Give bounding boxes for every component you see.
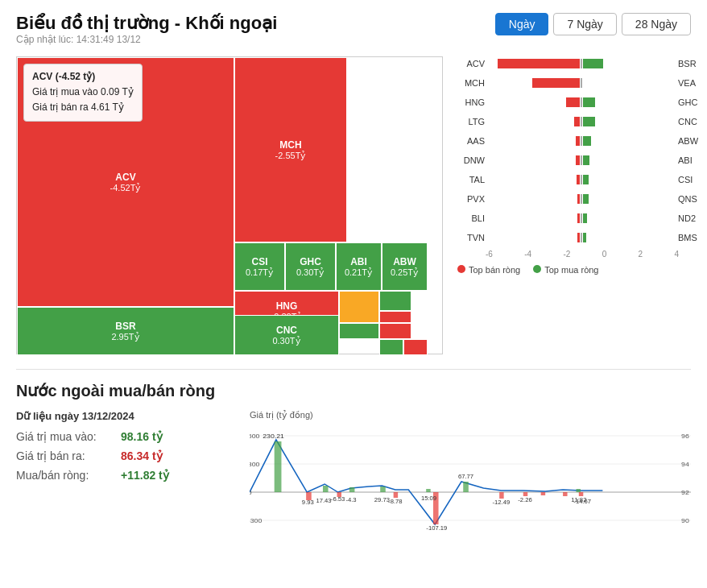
treemap-cell-bsr[interactable]: BSR2.95Tỷ <box>17 307 234 355</box>
buy-value: 98.16 tỷ <box>121 430 163 443</box>
sell-value: 86.34 tỷ <box>121 449 163 462</box>
line-chart-svg: 230.21 9.93 17.43 -6.53 -4.3 29.73 -8.78… <box>250 424 691 536</box>
bar-left-label: BLI <box>457 213 485 223</box>
treemap-cell-abw[interactable]: ABW0.25Tỷ <box>382 242 428 291</box>
net-label: Mua/bán ròng: <box>16 469 121 482</box>
time-btn-7day[interactable]: 7 Ngày <box>553 13 616 35</box>
bar-left-label: PVX <box>457 194 485 204</box>
pos-bar <box>583 175 589 184</box>
treemap-cell-mch[interactable]: MCH-2.55Tỷ <box>234 57 347 242</box>
cell-label-abw: ABW <box>393 256 416 267</box>
treemap-cell-gr2[interactable] <box>339 323 379 339</box>
treemap-cell-yellow[interactable] <box>339 291 379 323</box>
bar-right-label: QNS <box>678 194 705 204</box>
bar-center <box>485 233 678 242</box>
svg-text:94: 94 <box>681 460 689 468</box>
bar-row-tvn: TVNBMS <box>457 230 707 245</box>
neg-bar <box>576 136 580 146</box>
bar-right-label: VEA <box>678 78 705 88</box>
cell-val-mch: -2.55Tỷ <box>275 151 307 161</box>
svg-rect-16 <box>499 492 503 499</box>
time-btn-day[interactable]: Ngày <box>495 13 549 35</box>
top-section: ACV (-4.52 tỷ) Giá trị mua vào 0.09 Tỷ G… <box>16 56 691 354</box>
neg-bar <box>574 117 580 126</box>
bar-center <box>485 155 678 165</box>
treemap-cell-rd1[interactable] <box>379 311 411 323</box>
pos-bar <box>583 233 586 242</box>
treemap-cell-abi[interactable]: ABI0.21Tỷ <box>336 242 382 291</box>
bar-row-aas: AASABW <box>457 134 707 148</box>
bar-center <box>485 194 678 204</box>
pos-bar <box>583 59 603 68</box>
bar-row-dnw: DNWABI <box>457 153 707 168</box>
neg-bar <box>577 194 580 204</box>
bottom-title: Nước ngoài mua/bán ròng <box>16 381 691 400</box>
cell-label-ghc: GHC <box>300 256 321 267</box>
svg-text:96: 96 <box>681 432 689 440</box>
svg-text:600: 600 <box>250 432 260 440</box>
buy-label: Giá trị mua vào: <box>16 430 121 443</box>
cell-val-acv: -4.52Tỷ <box>110 183 142 193</box>
bar-right-label: BMS <box>678 233 705 242</box>
header: Biểu đồ thị trường - Khối ngoại Cập nhật… <box>16 13 691 53</box>
treemap-wrap: ACV (-4.52 tỷ) Giá trị mua vào 0.09 Tỷ G… <box>16 56 443 354</box>
bar-right-label: CSI <box>678 175 705 184</box>
cell-label-mch: MCH <box>279 139 301 151</box>
bar-row-tal: TALCSI <box>457 172 707 187</box>
bar-left-label: DNW <box>457 155 485 165</box>
bar-left-label: TAL <box>457 175 485 184</box>
neg-bar <box>577 175 580 184</box>
treemap-cell-rd2[interactable] <box>379 323 411 339</box>
cell-label-hng: HNG <box>276 300 298 312</box>
pos-bar <box>583 97 595 107</box>
svg-text:29.73: 29.73 <box>374 496 390 503</box>
bottom-section: Nước ngoài mua/bán ròng Dữ liệu ngày 13/… <box>16 369 691 539</box>
buy-legend-dot <box>533 265 541 273</box>
bar-right-label: GHC <box>678 97 705 107</box>
data-date: Dữ liệu ngày 13/12/2024 <box>16 410 250 422</box>
sell-stat-row: Giá trị bán ra: 86.34 tỷ <box>16 449 250 462</box>
svg-text:92: 92 <box>681 488 689 496</box>
net-stat-row: Mua/bán ròng: +11.82 tỷ <box>16 469 250 482</box>
bar-row-pvx: PVXQNS <box>457 192 707 206</box>
svg-text:-107.19: -107.19 <box>426 524 447 532</box>
svg-text:9.93: 9.93 <box>302 499 314 506</box>
treemap-cell-ghc[interactable]: GHC0.30Tỷ <box>285 242 336 291</box>
bar-center <box>485 175 678 184</box>
treemap-cell-gr1[interactable] <box>379 291 411 311</box>
time-btn-28day[interactable]: 28 Ngày <box>622 13 691 35</box>
bar-row-ltg: LTGCNC <box>457 114 707 129</box>
svg-rect-8 <box>380 487 386 492</box>
cell-val-ghc: 0.30Tỷ <box>296 267 325 278</box>
svg-rect-19 <box>563 492 567 496</box>
neg-bar <box>577 233 580 242</box>
treemap-cell-cnc[interactable]: CNC0.30Tỷ <box>234 315 339 355</box>
bar-left-label: TVN <box>457 233 485 242</box>
treemap-cell-gr3[interactable] <box>379 339 403 355</box>
sell-legend-label: Top bán ròng <box>469 265 520 275</box>
stats-chart-row: Dữ liệu ngày 13/12/2024 Giá trị mua vào:… <box>16 410 691 539</box>
pos-bar <box>583 136 591 146</box>
cell-val-abw: 0.25Tỷ <box>391 267 419 278</box>
bar-legend: Top bán ròng Top mua ròng <box>457 265 707 275</box>
svg-text:-300: -300 <box>250 516 263 524</box>
neg-bar <box>566 97 580 107</box>
bar-chart-section: ACVBSRMCHVEAHNGGHCLTGCNCAASABWDNWABITALC… <box>451 56 707 354</box>
bar-left-label: LTG <box>457 117 485 126</box>
bar-rows: ACVBSRMCHVEAHNGGHCLTGCNCAASABWDNWABITALC… <box>457 56 707 245</box>
update-time: Cập nhật lúc: 14:31:49 13/12 <box>16 34 277 45</box>
cell-label-abi: ABI <box>350 256 367 267</box>
treemap-cell-rd3[interactable] <box>403 339 428 355</box>
treemap-cell-csi[interactable]: CSI0.17Tỷ <box>234 242 285 291</box>
line-chart-wrap: Giá trị (tỷ đồng) <box>250 410 691 539</box>
bar-left-label: HNG <box>457 97 485 107</box>
bar-left-label: ACV <box>457 59 485 68</box>
chart-y-label: Giá trị (tỷ đồng) <box>250 410 691 420</box>
treemap-cell-acv[interactable]: ACV-4.52Tỷ <box>17 57 234 307</box>
bar-row-bli: BLIND2 <box>457 211 707 226</box>
cell-val-cnc: 0.30Tỷ <box>272 336 300 346</box>
svg-rect-9 <box>426 489 430 492</box>
svg-rect-11 <box>577 489 581 492</box>
svg-text:67.77: 67.77 <box>458 473 473 480</box>
neg-bar <box>532 78 580 88</box>
